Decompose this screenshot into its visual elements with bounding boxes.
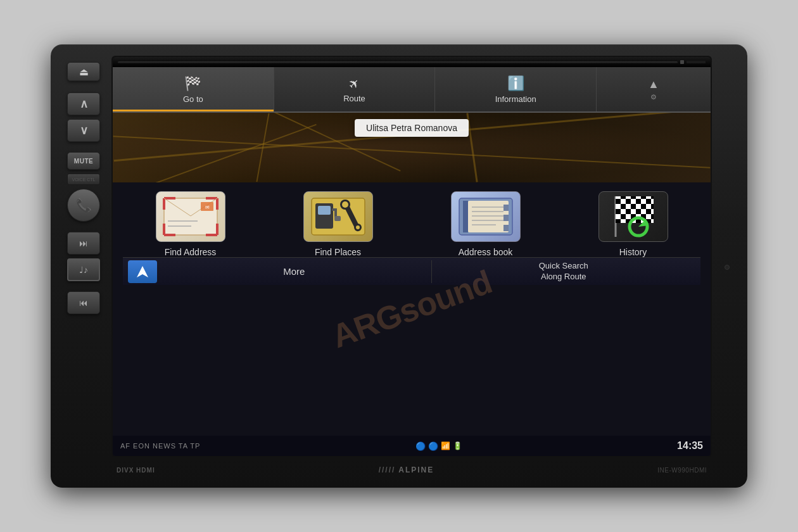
quick-search-button[interactable]: Quick Search Along Route [431,260,696,283]
find-address-item[interactable]: ✉ Find Address [156,191,225,257]
nav-screen: 🏁 Go to ✈ Route ℹ️ Information ▲ [113,67,711,456]
menu-container: ARGsound [113,182,711,436]
status-icons: 🔵 🔵 📶 🔋 [415,441,462,451]
camera-dot [725,265,730,270]
quick-search-line1: Quick Search [539,261,588,272]
find-address-label: Find Address [165,247,217,257]
nav-up-button[interactable]: ∧ [67,92,100,115]
brand-label: ///// ALPINE [379,466,434,474]
main-screen: 🏁 Go to ✈ Route ℹ️ Information ▲ [111,56,712,479]
tab-goto-label: Go to [183,94,203,104]
history-icon [598,191,668,242]
skip-forward-button[interactable]: ⏭ [67,232,100,255]
svg-rect-28 [504,225,509,231]
settings-icon-group: ▲ ⚙ [648,78,659,101]
device-bottom-bar: DIVX HDMI ///// ALPINE INE-W990HDMI [111,461,712,479]
svg-point-17 [356,225,360,229]
tab-goto[interactable]: 🏁 Go to [113,67,274,111]
bottom-action-bar: More Quick Search Along Route [123,257,700,285]
clock: 14:35 [677,440,703,452]
address-tooltip: Ulitsa Petra Romanova [355,119,469,137]
mute-button[interactable]: MUTE [67,152,100,170]
find-places-icon [303,191,373,242]
svg-rect-12 [334,216,341,221]
nav-down-button[interactable]: ∨ [67,119,100,142]
model-label: INE-W990HDMI [657,467,707,474]
radio-info: AF EON NEWS TA TP [120,442,200,450]
road-d2 [148,124,317,182]
svg-rect-27 [504,215,509,221]
svg-rect-20 [468,201,509,232]
navigation-button[interactable] [128,260,157,283]
tab-settings[interactable]: ▲ ⚙ [597,67,711,111]
map-area: Ulitsa Petra Romanova [113,113,711,182]
format-label: DIVX HDMI [117,467,155,474]
tab-bar: 🏁 Go to ✈ Route ℹ️ Information ▲ [113,67,711,113]
goto-icon: 🏁 [184,75,201,92]
svg-rect-9 [318,206,331,215]
right-panel [718,56,736,479]
bluetooth-icon: 🔵 [415,441,426,451]
svg-rect-26 [504,205,509,211]
device-unit: ⏏ ∧ ∨ MUTE VOICE CTL 📞 ⏭ ♩♪ ⏮ [51,44,747,488]
eject-button[interactable]: ⏏ [67,62,100,81]
media-button[interactable]: ♩♪ [67,258,100,281]
screen-bezel: 🏁 Go to ✈ Route ℹ️ Information ▲ [111,56,712,457]
svg-point-15 [342,201,348,208]
find-places-item[interactable]: Find Places [303,191,373,257]
cd-slot [113,57,711,67]
battery-icon: 🔋 [453,441,462,450]
history-item[interactable]: History [598,191,668,257]
cd-indicator [680,60,684,64]
address-book-item[interactable]: Address book [451,191,521,257]
tab-route-label: Route [343,94,365,103]
address-book-label: Address book [459,247,513,257]
info-icon: ℹ️ [507,75,524,92]
skip-back-button[interactable]: ⏮ [67,291,100,314]
phone-button[interactable]: 📞 [67,189,100,222]
quick-search-line2: Along Route [541,272,586,282]
menu-icons-row: ✉ Find Address [123,191,700,257]
svg-text:✉: ✉ [205,205,209,210]
tab-information[interactable]: ℹ️ Information [435,67,597,111]
tab-information-label: Information [495,94,536,104]
left-button-panel: ⏏ ∧ ∨ MUTE VOICE CTL 📞 ⏭ ♩♪ ⏮ [62,56,105,479]
cd-slot-line [118,61,678,63]
history-label: History [619,247,647,257]
find-places-label: Find Places [315,247,361,257]
address-book-icon [451,191,521,242]
svg-marker-38 [137,266,148,277]
find-address-icon: ✉ [156,191,225,242]
bluetooth-icon-2: 🔵 [428,441,438,451]
route-icon: ✈ [345,74,364,92]
signal-icon: 📶 [441,441,450,450]
more-button[interactable]: More [162,260,426,283]
info-bar: AF EON NEWS TA TP 🔵 🔵 📶 🔋 14:35 [113,436,711,456]
voice-ctrl-label: VOICE CTL [67,174,100,185]
svg-rect-19 [463,201,468,232]
tab-route[interactable]: ✈ Route [274,67,436,111]
